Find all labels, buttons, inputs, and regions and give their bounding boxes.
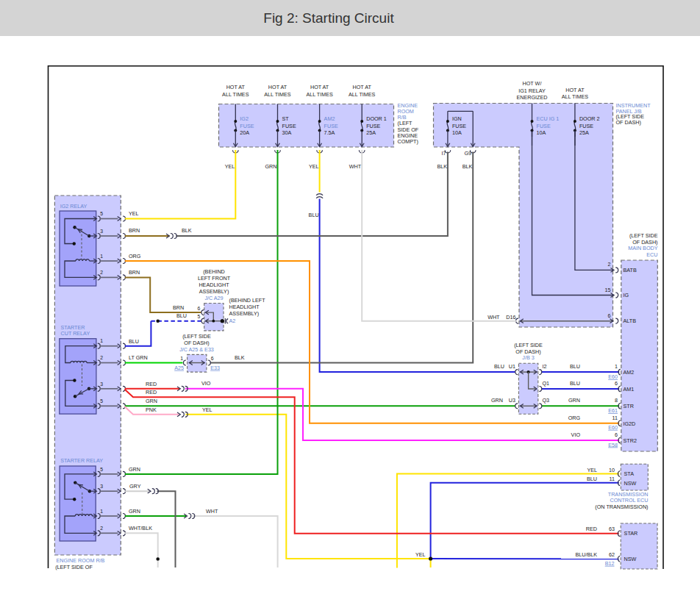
svg-text:OF DASH): OF DASH)	[632, 239, 657, 246]
svg-text:ST: ST	[282, 115, 290, 122]
svg-text:ALL TIMES: ALL TIMES	[306, 91, 333, 98]
svg-text:STAR: STAR	[624, 530, 638, 537]
svg-text:15: 15	[605, 287, 611, 293]
svg-text:1: 1	[100, 509, 103, 514]
svg-text:VIO: VIO	[571, 431, 581, 438]
svg-text:(LEFT SIDE: (LEFT SIDE	[629, 232, 658, 239]
svg-text:GRN: GRN	[129, 508, 140, 515]
svg-text:62: 62	[609, 551, 615, 558]
svg-text:VIO: VIO	[201, 380, 211, 387]
svg-text:RED: RED	[586, 526, 597, 532]
svg-text:ORG: ORG	[129, 253, 141, 259]
svg-text:YEL: YEL	[415, 551, 426, 558]
svg-text:Q3: Q3	[543, 397, 550, 404]
svg-text:ORG: ORG	[568, 415, 581, 421]
svg-text:2: 2	[608, 261, 611, 268]
svg-text:I2: I2	[543, 363, 547, 370]
svg-text:1: 1	[100, 254, 103, 259]
svg-text:BLU/BLK: BLU/BLK	[575, 551, 597, 558]
svg-text:J/C A25 & E33: J/C A25 & E33	[179, 346, 214, 353]
svg-text:HOT AT: HOT AT	[226, 84, 246, 90]
svg-text:1: 1	[100, 338, 103, 343]
svg-text:MAIN BODY: MAIN BODY	[628, 245, 658, 251]
svg-text:BRN: BRN	[129, 269, 140, 276]
svg-text:5: 5	[100, 398, 103, 404]
svg-text:GRN: GRN	[491, 397, 503, 404]
svg-text:J/C A29: J/C A29	[204, 295, 223, 301]
svg-text:BLK: BLK	[437, 163, 447, 170]
svg-text:IG1 RELAY: IG1 RELAY	[518, 87, 546, 94]
svg-text:D16: D16	[506, 314, 515, 320]
svg-text:5: 5	[100, 467, 103, 472]
svg-text:FUSE: FUSE	[282, 123, 296, 129]
svg-text:FUSE: FUSE	[240, 123, 254, 129]
svg-text:GRN: GRN	[146, 398, 157, 404]
svg-text:63: 63	[609, 526, 615, 532]
svg-text:2: 2	[100, 355, 103, 360]
svg-text:ECU: ECU	[646, 251, 657, 258]
svg-text:YEL: YEL	[309, 163, 319, 170]
svg-text:11: 11	[610, 476, 615, 482]
svg-text:GRN: GRN	[129, 466, 140, 473]
svg-text:IG2 RELAY: IG2 RELAY	[60, 203, 88, 209]
svg-text:30A: 30A	[282, 129, 292, 136]
svg-text:IG: IG	[624, 292, 629, 298]
svg-text:(LEFT SIDE: (LEFT SIDE	[182, 333, 211, 340]
svg-text:6: 6	[198, 306, 201, 311]
svg-text:1: 1	[615, 363, 618, 370]
svg-text:2: 2	[100, 526, 103, 531]
svg-text:8: 8	[615, 397, 618, 404]
svg-text:STR2: STR2	[624, 437, 637, 444]
svg-text:PNK: PNK	[146, 406, 157, 413]
svg-text:3: 3	[100, 382, 103, 387]
svg-text:ASSEMBLY): ASSEMBLY)	[229, 310, 260, 317]
svg-text:3: 3	[100, 229, 103, 234]
svg-text:FUSE: FUSE	[324, 123, 338, 129]
svg-text:NSW: NSW	[624, 556, 637, 562]
svg-text:HOT W/: HOT W/	[523, 80, 542, 87]
svg-text:YEL: YEL	[225, 163, 235, 170]
svg-text:ALL TIMES: ALL TIMES	[562, 93, 589, 100]
svg-text:WHT: WHT	[206, 508, 218, 515]
svg-text:HOT AT: HOT AT	[310, 84, 329, 90]
svg-text:BLU: BLU	[494, 363, 504, 370]
svg-text:E60: E60	[608, 424, 618, 431]
svg-text:FUSE: FUSE	[452, 123, 466, 129]
svg-text:BLU: BLU	[129, 338, 139, 345]
svg-text:7.5A: 7.5A	[324, 129, 335, 136]
svg-text:E60: E60	[608, 373, 618, 380]
svg-text:U1: U1	[509, 363, 515, 370]
svg-text:(BEHIND LEFT: (BEHIND LEFT	[229, 297, 266, 304]
svg-text:RED: RED	[146, 389, 157, 395]
svg-text:5: 5	[100, 211, 103, 216]
svg-text:11: 11	[612, 415, 618, 421]
svg-text:BLU: BLU	[587, 476, 597, 482]
svg-text:ENGINE ROOM R/B: ENGINE ROOM R/B	[57, 557, 105, 564]
svg-text:HEADLIGHT: HEADLIGHT	[229, 304, 260, 310]
svg-text:YEL: YEL	[202, 406, 213, 413]
svg-text:HEADLIGHT: HEADLIGHT	[199, 282, 229, 288]
svg-text:6: 6	[615, 431, 618, 438]
svg-text:IGN: IGN	[452, 115, 462, 122]
svg-text:BLU: BLU	[176, 312, 187, 319]
svg-text:1: 1	[180, 356, 183, 361]
svg-text:WHT: WHT	[488, 314, 500, 320]
svg-text:(ON TRANSMISSION): (ON TRANSMISSION)	[595, 504, 648, 510]
svg-text:FUSE: FUSE	[537, 123, 551, 129]
svg-text:G9: G9	[464, 150, 471, 157]
svg-text:J/B 3: J/B 3	[522, 354, 534, 361]
svg-text:E33: E33	[210, 365, 220, 371]
svg-text:6: 6	[608, 312, 611, 319]
svg-text:AM2: AM2	[624, 369, 635, 376]
svg-text:10A: 10A	[537, 129, 546, 136]
svg-text:ECU IG 1: ECU IG 1	[537, 115, 560, 122]
svg-text:OF DASH): OF DASH)	[184, 340, 209, 346]
svg-text:I7: I7	[442, 150, 446, 157]
svg-text:ALL TIMES: ALL TIMES	[222, 91, 249, 98]
svg-text:ALL TIMES: ALL TIMES	[349, 91, 376, 98]
svg-text:ASSEMBLY): ASSEMBLY)	[199, 288, 229, 295]
svg-text:B12: B12	[605, 560, 615, 567]
svg-text:AM1: AM1	[624, 386, 635, 393]
svg-text:U3: U3	[509, 397, 515, 404]
svg-text:ENERGIZED: ENERGIZED	[517, 94, 548, 101]
